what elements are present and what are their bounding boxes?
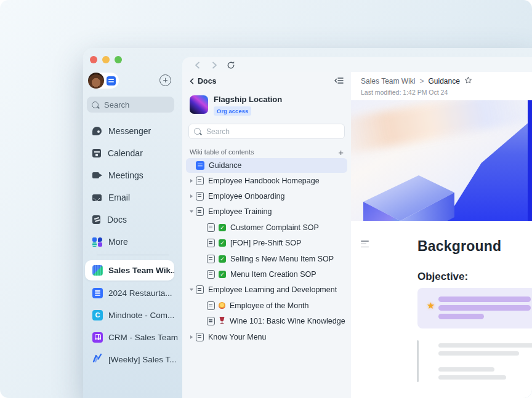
- forward-button[interactable]: [209, 60, 219, 70]
- doc-outline-icon: [207, 255, 215, 263]
- desktop-background: + Messenger Calendar Meetings: [0, 0, 532, 398]
- back-to-docs-button[interactable]: Docs: [190, 77, 217, 86]
- sidebar-doc-crm[interactable]: CRM - Sales Team: [83, 326, 182, 348]
- chevron-right-icon[interactable]: [190, 179, 193, 183]
- check-emoji-icon: ✓: [219, 224, 226, 231]
- sidebar-item-meetings[interactable]: Meetings: [83, 164, 182, 186]
- doc-outline-icon: [207, 301, 215, 310]
- email-icon: [92, 194, 102, 201]
- tree-item-know-your-menu[interactable]: Know Your Menu: [182, 329, 351, 344]
- account-switcher[interactable]: [88, 73, 119, 89]
- chevron-right-icon[interactable]: [190, 194, 193, 198]
- add-account-button[interactable]: +: [159, 74, 171, 86]
- sidebar-divider: [97, 255, 169, 255]
- zoom-window-button[interactable]: [115, 56, 122, 63]
- tree-item-wine-101[interactable]: Wine 101: Basic Wine Knowledge: [182, 314, 351, 329]
- wiki-tree: Guidance Employee Handbook Homepage Empl…: [182, 158, 351, 344]
- doc-outline-icon: [207, 317, 215, 325]
- app-sidebar: + Messenger Calendar Meetings: [83, 48, 182, 398]
- tree-item-label: Selling s New Menu Item SOP: [230, 255, 334, 263]
- tree-item-guidance[interactable]: Guidance: [186, 158, 347, 173]
- user-avatar: [88, 73, 104, 89]
- workspace-icon: [190, 95, 208, 114]
- sidebar-search[interactable]: [87, 97, 174, 113]
- doc-outline-icon: [207, 270, 215, 279]
- org-access-badge: Org access: [214, 106, 251, 116]
- close-window-button[interactable]: [90, 56, 97, 63]
- wiki-search[interactable]: [188, 124, 345, 139]
- tree-item-label: Wine 101: Basic Wine Knowledge: [230, 317, 345, 325]
- sidebar-item-label: Email: [108, 193, 130, 202]
- placeholder-text-bar: [438, 367, 494, 372]
- mindnote-icon: C: [92, 310, 103, 320]
- sidebar-item-messenger[interactable]: Messenger: [83, 120, 182, 142]
- favorite-star-icon[interactable]: [464, 76, 472, 86]
- wiki-panel: Docs Flagship Location Org access: [182, 72, 351, 398]
- quote-block-marker: [417, 340, 419, 382]
- sidebar-item-label: Docs: [107, 215, 127, 225]
- sidebar-item-docs[interactable]: Docs: [83, 209, 182, 231]
- breadcrumb-root-link[interactable]: Sales Team Wiki: [361, 77, 415, 86]
- sidebar-doc-weekly-sales[interactable]: [Weekly] Sales T...: [83, 348, 182, 370]
- collapse-panel-icon[interactable]: [334, 76, 344, 87]
- window-controls: [90, 56, 122, 63]
- history-navstrip: [182, 57, 532, 72]
- glass-cube-graphic: [351, 100, 532, 221]
- toc-title: Wiki table of contents: [190, 148, 254, 156]
- placeholder-text-bar: [438, 375, 506, 380]
- sidebar-item-label: Meetings: [108, 170, 143, 180]
- minimize-window-button[interactable]: [102, 56, 110, 63]
- tree-item-label: Employee Training: [208, 207, 272, 216]
- placeholder-text-bar: [438, 314, 484, 319]
- sidebar-doc-label: Sales Team Wik...: [108, 266, 174, 275]
- tree-item-menu-item-creation-sop[interactable]: ✓ Menu Item Creation SOP: [182, 266, 351, 282]
- doc-outline-icon: [196, 285, 204, 294]
- sidebar-item-calendar[interactable]: Calendar: [83, 142, 182, 164]
- sidebar-doc-mindnote[interactable]: C Mindnote - Com...: [83, 304, 182, 326]
- glowing-star-emoji-icon: ★: [427, 300, 435, 311]
- doc-outline-icon: [196, 192, 204, 201]
- tree-item-employee-onboarding[interactable]: Employee Onboarding: [182, 188, 351, 204]
- refresh-button[interactable]: [226, 60, 236, 70]
- tree-item-employee-handbook[interactable]: Employee Handbook Homepage: [182, 173, 351, 188]
- document-pane: Sales Team Wiki > Guidance Last modified…: [351, 72, 532, 398]
- tree-item-label: Know Your Menu: [208, 333, 267, 341]
- last-modified-text: Last modified: 1:42 PM Oct 24: [361, 89, 532, 96]
- add-page-button[interactable]: +: [338, 149, 344, 156]
- sidebar-item-email[interactable]: Email: [83, 186, 182, 209]
- messenger-icon: [92, 127, 102, 135]
- sidebar-search-input[interactable]: [103, 100, 169, 110]
- placeholder-text-bar: [438, 343, 532, 348]
- sidebar-doc-2024-restaurant[interactable]: 2024 Restaurta...: [83, 282, 182, 304]
- wiki-search-input[interactable]: [205, 127, 339, 137]
- calendar-icon: [92, 149, 101, 157]
- sidebar-item-label: Calendar: [108, 148, 143, 158]
- doc-icon: [92, 288, 103, 298]
- sidebar-doc-label: [Weekly] Sales T...: [108, 355, 177, 364]
- medal-emoji-icon: [219, 302, 225, 309]
- sidebar-doc-sales-team-wiki[interactable]: Sales Team Wik...: [85, 260, 174, 281]
- tree-item-label: [FOH] Pre-Shift SOP: [230, 239, 301, 247]
- chevron-down-icon[interactable]: [190, 289, 193, 291]
- tree-item-employee-training[interactable]: Employee Training: [182, 204, 351, 220]
- sidebar-doc-label: CRM - Sales Team: [108, 333, 178, 342]
- cover-image: [351, 100, 532, 221]
- sidebar-item-more[interactable]: More: [83, 231, 182, 253]
- tree-item-employee-of-the-month[interactable]: Employee of the Month: [182, 298, 351, 313]
- tree-item-employee-learning-development[interactable]: Employee Learning and Development: [182, 282, 351, 298]
- tree-item-customer-complaint-sop[interactable]: ✓ Customer Complaint SOP: [182, 220, 351, 235]
- breadcrumb-current: Guidance: [429, 77, 460, 86]
- chevron-down-icon[interactable]: [190, 210, 193, 213]
- back-button[interactable]: [192, 60, 202, 70]
- weekly-chart-icon: [92, 353, 103, 365]
- tree-item-selling-new-menu-item-sop[interactable]: ✓ Selling s New Menu Item SOP: [182, 251, 351, 266]
- chevron-right-icon[interactable]: [190, 335, 193, 339]
- workspace-badge-icon: [107, 76, 116, 86]
- outline-toggle-icon[interactable]: [361, 241, 369, 249]
- wine-emoji-icon: [219, 316, 225, 327]
- tree-item-foh-preshift-sop[interactable]: ✓ [FOH] Pre-Shift SOP: [182, 236, 351, 251]
- workspace-header[interactable]: Flagship Location Org access: [190, 95, 351, 116]
- document-body: Background Objective: ★: [351, 221, 532, 283]
- doc-outline-icon: [196, 177, 204, 185]
- search-icon: [92, 101, 99, 108]
